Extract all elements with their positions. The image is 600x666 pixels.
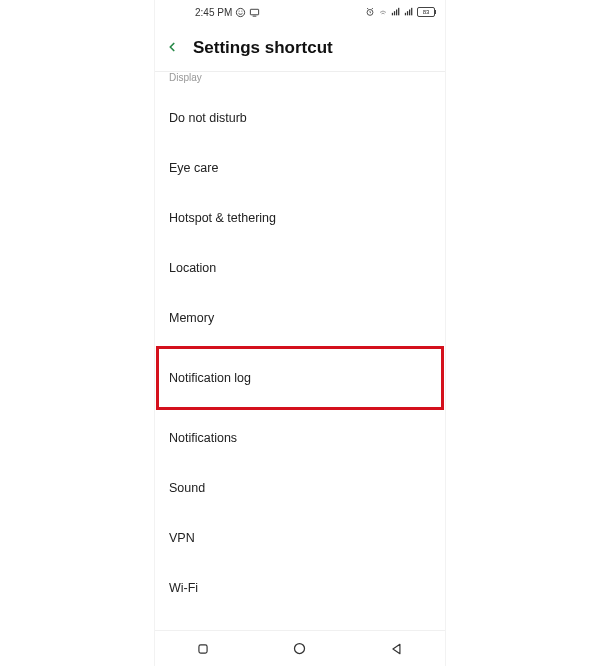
header-bar: Settings shortcut [155,24,445,72]
svg-rect-4 [392,13,393,15]
battery-icon: 83 [417,7,435,17]
svg-rect-6 [396,10,397,16]
svg-rect-1 [251,9,259,14]
nav-bar [155,630,445,666]
list-item-hotspot[interactable]: Hotspot & tethering [155,193,445,243]
svg-rect-12 [199,644,207,652]
wifi-icon [378,7,388,17]
list-item-wifi[interactable]: Wi-Fi [155,563,445,613]
list-item-label: Wi-Fi [169,581,198,595]
signal-icon [391,7,401,17]
list-item-label: Sound [169,481,205,495]
nav-back-button[interactable] [389,641,405,657]
svg-rect-11 [411,8,412,15]
list-item-label: Memory [169,311,214,325]
list-item-display[interactable]: Display [155,72,445,93]
list-item-label: Do not disturb [169,111,247,125]
cast-icon [249,7,260,18]
list-item-dnd[interactable]: Do not disturb [155,93,445,143]
list-item-label: Notifications [169,431,237,445]
list-item-label: Display [169,72,202,83]
list-item-label: Eye care [169,161,218,175]
nav-recent-button[interactable] [195,641,211,657]
list-item-label: Notification log [169,371,251,385]
list-item-notification-log[interactable]: Notification log [157,347,443,409]
back-icon[interactable] [165,36,179,59]
alarm-icon [365,7,375,17]
list-item-memory[interactable]: Memory [155,293,445,343]
phone-screen: 2:45 PM 83 Se [155,0,445,666]
list-item-location[interactable]: Location [155,243,445,293]
settings-list: Display Do not disturb Eye care Hotspot … [155,72,445,613]
status-left: 2:45 PM [195,7,260,18]
svg-rect-10 [409,10,410,16]
svg-rect-5 [394,11,395,15]
status-bar: 2:45 PM 83 [155,0,445,24]
svg-rect-9 [407,11,408,15]
whatsapp-icon [235,7,246,18]
signal-icon-2 [404,7,414,17]
list-item-label: Hotspot & tethering [169,211,276,225]
nav-home-button[interactable] [292,641,308,657]
svg-point-13 [295,644,305,654]
list-item-vpn[interactable]: VPN [155,513,445,563]
page-title: Settings shortcut [193,38,333,58]
list-item-notifications[interactable]: Notifications [155,413,445,463]
list-item-eyecare[interactable]: Eye care [155,143,445,193]
status-time: 2:45 PM [195,7,232,18]
svg-point-0 [237,8,245,16]
status-right: 83 [365,7,435,17]
list-item-label: VPN [169,531,195,545]
svg-rect-8 [405,13,406,15]
list-item-sound[interactable]: Sound [155,463,445,513]
list-item-label: Location [169,261,216,275]
svg-rect-7 [398,8,399,15]
